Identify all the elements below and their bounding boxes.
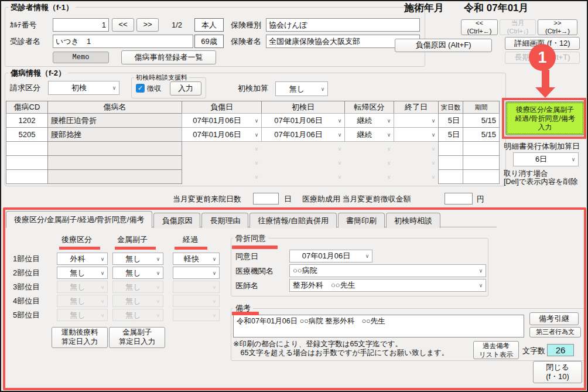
actual-days-cell: 5日 — [438, 113, 463, 128]
doctor-name-select[interactable]: 整形外科 ○○先生 — [289, 279, 486, 292]
first-exam-date-select[interactable] — [261, 155, 345, 170]
end-date-select[interactable] — [394, 113, 439, 128]
chevron-down-icon — [252, 118, 261, 124]
remarks-textarea[interactable]: 令和07年01月06日 ○○病院 整形外科 ○○先生 — [233, 315, 524, 338]
chevron-down-icon — [252, 160, 261, 166]
medical-org-select[interactable]: ○○病院 — [289, 264, 486, 277]
insurance-type-input[interactable]: 協会けんぽ — [266, 18, 420, 32]
injury-date-select[interactable]: 07年01月06日 — [182, 113, 262, 128]
visits-before-change-label: 当月変更前来院日数 — [173, 195, 241, 204]
disease-table: 傷病CD 傷病名 負傷日 初検日 転帰区分 終了日 実日数 期間 1202 腰椎… — [6, 101, 500, 184]
chevron-down-icon — [384, 174, 394, 180]
aftercare-entry-button[interactable]: 後療区分/金属副子 経過/骨折同意/備考 入力 — [505, 101, 584, 135]
chevron-down-icon — [335, 132, 344, 138]
disease-name-cell[interactable]: 腰部捻挫 — [47, 127, 182, 142]
tab-visit-info[interactable]: 往療情報/自賠責併用 — [249, 213, 337, 228]
consent-date-label: 同意日 — [235, 252, 258, 261]
outcome-select[interactable]: 継続 — [344, 113, 394, 128]
collect-checkbox[interactable]: ✓ — [136, 84, 145, 93]
injury-date-select[interactable]: 07年01月06日 — [182, 127, 262, 142]
part2-label: 2部位目 — [13, 268, 40, 278]
cd-cell[interactable] — [6, 141, 48, 156]
part5-metal-select: 無し — [112, 309, 163, 321]
part4-metal-select: 無し — [112, 295, 163, 307]
first-exam-date-select[interactable] — [261, 141, 345, 156]
chevron-down-icon — [569, 156, 578, 162]
disease-row-4 — [6, 155, 500, 170]
period-cell — [463, 155, 500, 170]
karte-number-input[interactable]: 1 — [53, 18, 109, 32]
patient-prev-button[interactable]: << — [112, 18, 134, 32]
exercise-aftercare-date-button[interactable]: 運動後療料 算定日入力 — [52, 327, 108, 348]
first-exam-date-select[interactable] — [261, 169, 345, 184]
remarks-carry-button[interactable]: 備考引継 — [529, 312, 579, 325]
memo-button[interactable]: Memo — [53, 52, 109, 63]
month-current-button[interactable]: 当月 (Ctrl+↓) — [500, 19, 536, 35]
month-next-button[interactable]: >> (Ctrl+→) — [538, 19, 577, 35]
patient-name-input[interactable]: いつき 1 — [53, 35, 193, 48]
visits-before-change-input[interactable] — [253, 193, 279, 204]
part1-aftercare-select[interactable]: 外科 — [57, 253, 108, 265]
preregister-list-button[interactable]: 傷病事前登録者一覧 — [121, 50, 216, 64]
tab-aftercare[interactable]: 後療区分/金属副子/経過/骨折同意/備考 — [6, 211, 152, 228]
detail-screen-button[interactable]: 詳細画面 (f・12) — [505, 37, 580, 50]
injury-date-select[interactable] — [182, 169, 262, 184]
injury-date-select[interactable] — [182, 155, 262, 170]
chevron-down-icon — [210, 298, 219, 304]
disease-name-cell[interactable] — [47, 155, 182, 170]
first-exam-date-select[interactable]: 07年01月06日 — [261, 113, 345, 128]
metal-splint-date-button[interactable]: 金属副子 算定日入力 — [109, 327, 165, 348]
month-prev-button[interactable]: << (Ctrl+←) — [461, 19, 498, 35]
col-header-period: 期間 — [463, 101, 500, 114]
chevron-down-icon — [429, 160, 438, 166]
part1-progress-select[interactable]: 軽快 — [173, 253, 220, 265]
part2-progress-select[interactable] — [173, 267, 220, 279]
injury-cause-button[interactable]: 負傷原因 (Alt+F) — [395, 39, 492, 52]
tab-injury-cause[interactable]: 負傷原因 — [153, 213, 200, 228]
part1-metal-select[interactable]: 無し — [112, 253, 163, 265]
cd-cell[interactable]: 1202 — [6, 113, 48, 128]
patient-info-title: 受診者情報（f-1） — [8, 4, 76, 12]
tab-letter-print[interactable]: 書簡印刷 — [338, 213, 385, 228]
first-exam-addition-select[interactable]: 無し — [275, 81, 328, 96]
cd-cell[interactable] — [6, 169, 48, 184]
chevron-down-icon — [363, 253, 372, 259]
part2-metal-select[interactable]: 無し — [112, 267, 163, 279]
end-date-select[interactable] — [394, 127, 439, 142]
meisai-addition-select[interactable]: 6日 — [513, 152, 579, 166]
disease-name-cell[interactable] — [47, 169, 182, 184]
longterm-reason-button[interactable]: 長期理由 (Alt+T) — [505, 52, 580, 64]
consent-date-select[interactable]: 07年01月06日 — [289, 250, 372, 263]
cd-cell[interactable] — [6, 155, 48, 170]
remarks-note-line2: 65文字を超える場合はお手数ですが手記にてお願い致します。 — [233, 349, 449, 357]
injury-date-select[interactable] — [182, 141, 262, 156]
part2-aftercare-select[interactable]: 無し — [57, 267, 108, 279]
close-button[interactable]: 閉じる (f・10) — [533, 361, 582, 383]
end-date-select[interactable] — [394, 169, 439, 184]
consult-input-button[interactable]: 入力 — [170, 81, 201, 96]
claim-category-select[interactable]: 初検 — [48, 81, 119, 95]
fee-before-change-input[interactable] — [445, 193, 473, 204]
chevron-down-icon — [153, 312, 163, 318]
part4-aftercare-select: 無し — [57, 295, 108, 307]
end-date-select[interactable] — [394, 141, 439, 156]
outcome-select[interactable] — [344, 141, 394, 156]
col-header-days: 実日数 — [438, 101, 463, 114]
cd-cell[interactable]: 5205 — [6, 127, 48, 142]
part4-progress-select — [173, 295, 220, 307]
third-party-text-button[interactable]: 第三者行為文 — [529, 327, 581, 338]
first-exam-date-select[interactable]: 07年01月06日 — [261, 127, 345, 142]
tab-longterm-reason[interactable]: 長期理由 — [201, 213, 248, 228]
outcome-select[interactable]: 継続 — [344, 127, 394, 142]
outcome-select[interactable] — [344, 155, 394, 170]
tab-first-consult[interactable]: 初検時相談 — [386, 213, 440, 228]
patient-next-button[interactable]: >> — [136, 18, 159, 32]
outcome-select[interactable] — [344, 169, 394, 184]
end-date-select[interactable] — [394, 155, 439, 170]
col-header-cd: 傷病CD — [6, 101, 48, 114]
period-cell — [463, 141, 500, 156]
past-remarks-list-button[interactable]: 過去備考 リスト表示 — [473, 341, 519, 359]
annotation-arrow-head — [535, 87, 555, 98]
disease-name-cell[interactable] — [47, 141, 182, 156]
disease-name-cell[interactable]: 腰椎圧迫骨折 — [47, 113, 182, 128]
